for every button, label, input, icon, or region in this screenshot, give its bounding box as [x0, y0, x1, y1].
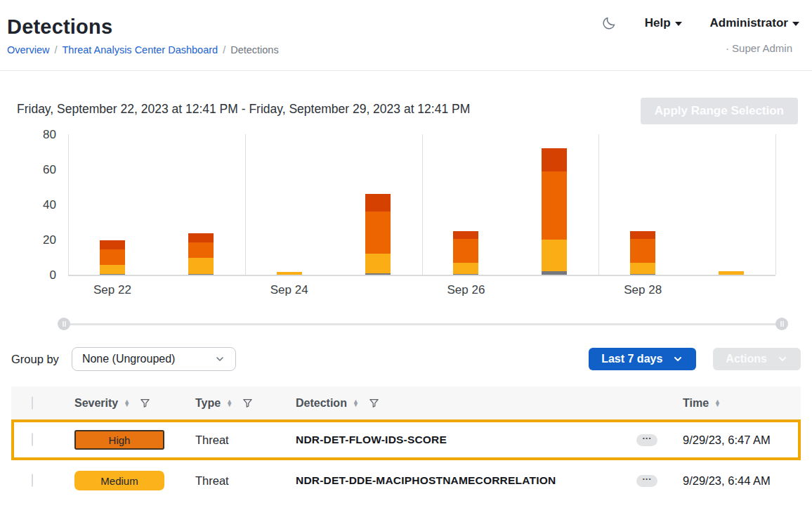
bar-segment-critical — [630, 231, 655, 239]
filter-icon[interactable] — [140, 398, 150, 408]
chevron-down-icon — [777, 353, 788, 365]
time-cell: 9/29/23, 6:44 AM — [683, 474, 801, 488]
stacked-bar-sep-25[interactable] — [365, 194, 391, 275]
row-checkbox[interactable] — [32, 433, 33, 446]
stacked-bar-sep-24[interactable] — [277, 272, 302, 275]
bar-segment-medium — [100, 265, 125, 274]
chart-y-axis: 020406080 — [0, 134, 63, 276]
x-tick-label: Sep 22 — [68, 283, 157, 297]
bar-segment-critical — [542, 148, 567, 171]
stacked-bar-sep-26[interactable] — [453, 231, 478, 275]
filter-icon[interactable] — [369, 398, 379, 408]
detections-table: Severity ▲▼ Type ▲▼ Detection ▲▼ Time ▲▼ — [11, 386, 801, 501]
column-header-detection[interactable]: Detection — [296, 397, 347, 410]
table-row-medium[interactable]: Medium Threat NDR-DET-DDE-MACIPHOSTNAMEC… — [11, 460, 801, 501]
breadcrumb-separator: / — [223, 44, 225, 56]
breadcrumb-tac-dashboard[interactable]: Threat Analysis Center Dashboard — [62, 44, 218, 56]
table-header-row: Severity ▲▼ Type ▲▼ Detection ▲▼ Time ▲▼ — [11, 386, 801, 419]
time-range-button-label: Last 7 days — [601, 353, 662, 365]
bar-segment-medium — [453, 263, 478, 274]
type-cell: Threat — [195, 434, 296, 447]
bar-segment-high — [453, 239, 478, 263]
time-cell: 9/29/23, 6:47 AM — [683, 434, 801, 447]
stacked-bar-sep-28[interactable] — [630, 231, 655, 275]
y-tick-label: 80 — [43, 128, 56, 142]
chart-x-axis: Sep 22Sep 24Sep 26Sep 28 — [68, 283, 775, 297]
time-range-button[interactable]: Last 7 days — [589, 348, 696, 370]
column-header-type[interactable]: Type — [195, 397, 221, 410]
column-header-time[interactable]: Time — [683, 397, 709, 410]
bar-segment-medium — [630, 263, 655, 274]
group-by-label: Group by — [11, 353, 59, 366]
slider-track[interactable] — [64, 323, 782, 325]
detections-bar-chart: 020406080 Sep 22Sep 24Sep 26Sep 28 — [0, 134, 812, 306]
x-tick-label — [687, 283, 775, 297]
bar-segment-high — [188, 242, 214, 259]
time-range-slider[interactable] — [58, 318, 788, 330]
bar-segment-medium — [719, 271, 744, 275]
x-tick-label: Sep 28 — [598, 283, 687, 297]
severity-badge-medium: Medium — [74, 471, 164, 490]
apply-range-selection-button[interactable]: Apply Range Selection — [641, 98, 798, 124]
group-by-dropdown[interactable]: None (Ungrouped) — [72, 347, 236, 371]
dark-mode-moon-icon[interactable] — [601, 15, 617, 31]
type-cell: Threat — [195, 474, 296, 488]
chevron-down-icon — [672, 353, 683, 365]
y-tick-label: 20 — [43, 233, 56, 247]
chart-gridline — [775, 134, 776, 275]
account-menu[interactable]: Administrator — [710, 16, 799, 30]
stacked-bar-sep-29[interactable] — [719, 271, 744, 275]
bar-segment-medium — [188, 258, 214, 274]
bar-segment-high — [100, 249, 125, 266]
y-tick-label: 40 — [43, 198, 56, 212]
group-by-selected-value: None (Ungrouped) — [82, 353, 176, 365]
bar-segment-high — [542, 171, 567, 240]
row-more-actions-button[interactable]: ··· — [636, 475, 657, 487]
stacked-bar-sep-27[interactable] — [542, 148, 567, 275]
actions-button-label: Actions — [726, 353, 767, 365]
bar-segment-critical — [188, 233, 214, 242]
chart-plot-area — [68, 134, 775, 276]
chevron-down-icon — [792, 22, 799, 26]
stacked-bar-sep-23[interactable] — [188, 233, 214, 275]
chevron-down-icon — [675, 22, 682, 26]
column-header-severity[interactable]: Severity — [74, 397, 118, 410]
help-menu-label: Help — [645, 16, 671, 30]
sort-icon[interactable]: ▲▼ — [714, 400, 721, 407]
date-range-text: Friday, September 22, 2023 at 12:41 PM -… — [17, 98, 470, 117]
sort-icon[interactable]: ▲▼ — [124, 400, 130, 407]
severity-badge-high: High — [74, 430, 164, 450]
breadcrumb-separator: / — [54, 44, 57, 56]
chart-bars — [68, 134, 775, 275]
table-row-high[interactable]: High Threat NDR-DET-FLOW-IDS-SCORE ··· 9… — [11, 419, 801, 460]
bar-segment-low — [365, 273, 391, 275]
sort-icon[interactable]: ▲▼ — [353, 400, 359, 407]
breadcrumb-overview[interactable]: Overview — [7, 44, 49, 56]
bar-segment-low — [453, 274, 478, 275]
bar-segment-low — [630, 274, 655, 275]
account-menu-label: Administrator — [710, 16, 788, 30]
row-checkbox[interactable] — [32, 474, 33, 487]
x-tick-label — [334, 283, 422, 297]
breadcrumb: Overview/Threat Analysis Center Dashboar… — [7, 44, 801, 56]
help-menu[interactable]: Help — [645, 16, 682, 30]
bar-segment-medium — [277, 272, 302, 275]
chevron-down-icon — [214, 353, 225, 365]
slider-handle-right[interactable] — [775, 318, 788, 330]
bar-segment-critical — [100, 240, 125, 249]
slider-handle-left[interactable] — [58, 318, 70, 330]
y-tick-label: 60 — [43, 163, 56, 177]
x-tick-label: Sep 26 — [422, 283, 511, 297]
y-tick-label: 0 — [50, 268, 56, 282]
x-tick-label — [157, 283, 245, 297]
user-role-label: · Super Admin — [726, 42, 792, 54]
bar-segment-critical — [365, 194, 391, 211]
stacked-bar-sep-22[interactable] — [100, 240, 125, 275]
actions-button[interactable]: Actions — [713, 348, 801, 370]
filter-icon[interactable] — [242, 398, 253, 408]
x-tick-label — [510, 283, 598, 297]
select-all-checkbox[interactable] — [32, 396, 33, 410]
row-more-actions-button[interactable]: ··· — [636, 434, 657, 446]
sort-icon[interactable]: ▲▼ — [226, 400, 233, 407]
detection-cell: NDR-DET-FLOW-IDS-SCORE — [296, 434, 636, 446]
